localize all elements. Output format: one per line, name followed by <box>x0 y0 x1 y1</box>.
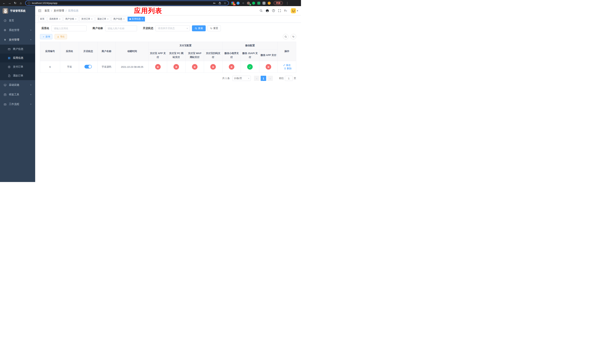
col-wechat-mini: 微信小程序支付 <box>222 49 241 61</box>
col-created: 创建时间 <box>116 42 149 61</box>
add-button[interactable]: ＋ 新增 <box>40 34 52 39</box>
logo-avatar <box>3 8 8 14</box>
toolbox-icon <box>3 93 7 96</box>
status-toggle[interactable] <box>85 65 92 68</box>
sidebar-item-payment-orders[interactable]: 支付订单 <box>0 62 35 71</box>
next-page-button[interactable]: › <box>267 76 273 81</box>
user-avatar[interactable]: ▾ <box>291 8 298 13</box>
col-wechat-app: 微信 APP 支付 <box>259 49 278 61</box>
tab-close-icon[interactable]: × <box>107 18 109 20</box>
site-info-icon[interactable]: i <box>28 2 30 4</box>
active-tab-dot <box>129 18 131 20</box>
sidebar-item-workflow[interactable]: 工作流程 <box>0 99 35 109</box>
refresh-table-button[interactable]: ↻ <box>291 34 296 39</box>
fullscreen-icon[interactable] <box>278 9 281 12</box>
app-name-label: 应用名 <box>42 27 49 30</box>
sidebar-item-merchant-info[interactable]: 商户信息 <box>0 45 35 54</box>
extension-profile-icon[interactable]: 1 <box>247 2 250 5</box>
extension-drop-icon[interactable] <box>236 2 239 5</box>
app-name-input[interactable] <box>52 25 87 31</box>
browser-forward-button[interactable]: → <box>7 0 12 6</box>
browser-update-button[interactable]: 更新 <box>274 1 283 5</box>
share-icon[interactable] <box>218 2 221 4</box>
select-caret-icon: ▾ <box>248 77 249 80</box>
password-key-icon[interactable] <box>213 2 216 5</box>
font-size-icon[interactable]: T T <box>284 9 288 12</box>
sidebar-item-label: 研发工具 <box>9 93 19 96</box>
search-button-label: 搜索 <box>198 27 203 30</box>
chevron-up-icon <box>30 38 32 41</box>
extension-dark-icon[interactable] <box>242 2 245 5</box>
chevron-down-icon <box>30 84 32 86</box>
reset-button[interactable]: ↻ 重置 <box>207 25 221 31</box>
status-select-placeholder: 请选择开启状态 <box>158 27 175 30</box>
tab-close-icon[interactable]: × <box>91 18 93 20</box>
sidebar-item-home[interactable]: 首页 <box>0 16 35 25</box>
tab-label: 退款订单 <box>97 17 106 21</box>
page-size-select[interactable]: 10条/页 ▾ <box>232 76 251 81</box>
sidebar-item-system[interactable]: ⚙ 系统管理 <box>0 25 35 35</box>
tab-merchant-info[interactable]: 商户信息 × <box>111 17 127 21</box>
search-icon[interactable] <box>259 9 263 12</box>
chevron-down-icon <box>30 29 32 32</box>
tab-close-icon[interactable]: × <box>75 18 77 20</box>
tab-process-form[interactable]: 流程表单 × <box>47 17 62 21</box>
export-button[interactable]: 导出 <box>55 34 67 39</box>
sidebar-toggle-button[interactable] <box>38 9 42 12</box>
browser-reload-button[interactable]: ↻ <box>13 0 18 6</box>
browser-back-button[interactable]: ← <box>1 0 7 6</box>
cell-created: 2021-10-23 08:49:25 <box>116 61 149 73</box>
card-icon <box>7 48 11 51</box>
gear-icon: ⚙ <box>3 29 7 32</box>
profile-avatar-icon[interactable] <box>268 2 271 5</box>
extensions-tray: 10 1 <box>231 2 271 5</box>
tab-user-group[interactable]: 用户分组 × <box>64 17 78 21</box>
tab-payment-orders[interactable]: 支付订单 × <box>79 17 94 21</box>
browser-menu-icon[interactable]: ⋮ <box>285 0 290 6</box>
sidebar-item-payment[interactable]: ￥ 支付管理 <box>0 35 35 45</box>
breadcrumb-home[interactable]: 首页 <box>44 9 50 12</box>
breadcrumb-payment[interactable]: 支付管理 <box>54 9 64 12</box>
tab-label: 支付订单 <box>81 17 90 21</box>
sidebar-item-app-info[interactable]: 应用信息 <box>0 54 35 62</box>
sidebar-item-dev-tools[interactable]: 研发工具 <box>0 90 35 99</box>
toolbar-right: ↻ <box>283 34 296 39</box>
toggle-search-button[interactable] <box>283 34 288 39</box>
app-title: 芋道管理系统 <box>10 9 26 13</box>
tab-close-icon[interactable]: × <box>123 18 125 20</box>
page-number-1[interactable]: 1 <box>261 76 266 81</box>
status-select[interactable]: 请选择开启状态 ▾ <box>155 25 190 31</box>
help-icon[interactable] <box>272 9 275 12</box>
tab-close-icon[interactable]: × <box>59 18 61 20</box>
cell-wechat-jsapi <box>241 61 259 73</box>
sidebar-item-infrastructure[interactable]: 基础设施 <box>0 80 35 90</box>
sidebar-item-refund-orders[interactable]: 退款订单 <box>0 71 35 80</box>
col-actions: 操作 <box>278 42 296 61</box>
browser-home-button[interactable]: ⌂ <box>18 0 23 6</box>
edit-link[interactable]: 修改 <box>283 64 291 67</box>
extension-wechat-icon[interactable] <box>252 2 255 5</box>
delete-link[interactable]: 删除 <box>284 67 291 70</box>
sidebar-item-label: 支付管理 <box>9 38 19 42</box>
merchant-name-label: 商户名称 <box>93 27 103 30</box>
extensions-puzzle-icon[interactable] <box>262 2 266 5</box>
extension-grid-icon[interactable]: 10 <box>231 2 234 5</box>
github-icon[interactable] <box>266 9 269 12</box>
monitor-icon <box>3 84 7 86</box>
merchant-name-input[interactable] <box>105 25 137 31</box>
extension-square-icon[interactable] <box>257 2 260 5</box>
tab-refund-orders[interactable]: 退款订单 × <box>96 17 110 21</box>
breadcrumb-current: 应用信息 <box>68 9 78 12</box>
address-bar[interactable]: i localhost:1024/pay/app ☆ <box>25 0 229 6</box>
tab-home[interactable]: 首页 <box>38 17 46 21</box>
goto-page-input[interactable] <box>285 76 293 81</box>
url-text[interactable]: localhost:1024/pay/app <box>32 2 211 4</box>
sidebar-logo[interactable]: 芋道管理系统 <box>0 6 35 16</box>
cell-merchant: 芋道源码 <box>97 61 116 73</box>
col-status: 开启状态 <box>79 42 97 61</box>
tab-close-icon[interactable]: × <box>142 18 143 20</box>
search-button[interactable]: 搜索 <box>192 25 206 31</box>
bookmark-star-icon[interactable]: ☆ <box>224 1 226 5</box>
tab-app-info[interactable]: 应用信息 × <box>128 17 145 21</box>
prev-page-button[interactable]: ‹ <box>254 76 259 81</box>
